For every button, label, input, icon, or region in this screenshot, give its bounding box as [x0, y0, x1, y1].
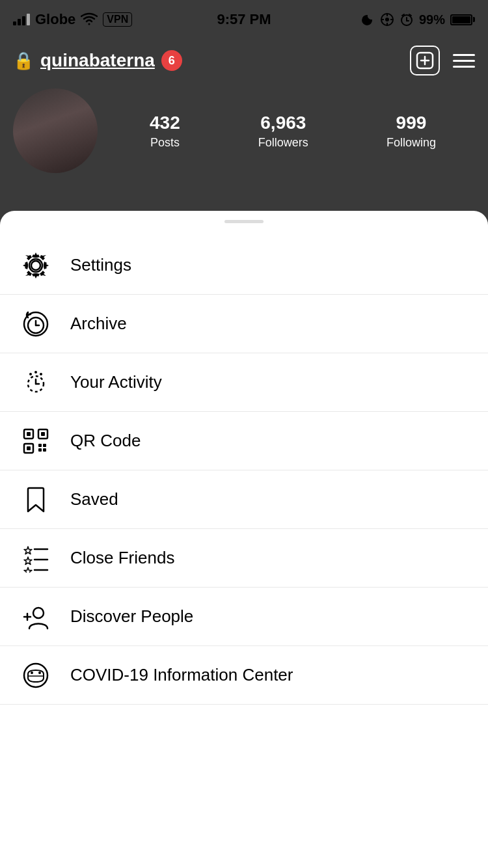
menu-item-qr[interactable]: QR Code — [0, 412, 488, 470]
vpn-badge: VPN — [103, 12, 132, 27]
following-stat[interactable]: 999 Following — [386, 113, 436, 150]
activity-icon — [20, 366, 52, 399]
wifi-icon — [81, 12, 98, 27]
svg-point-16 — [31, 261, 40, 270]
discover-icon — [20, 601, 52, 633]
svg-rect-33 — [38, 444, 42, 447]
signal-icon — [13, 14, 30, 25]
saved-label: Saved — [70, 489, 118, 509]
menu-item-discover[interactable]: Discover People — [0, 588, 488, 646]
followers-count: 6,963 — [260, 113, 306, 133]
battery-icon — [450, 14, 475, 25]
settings-label: Settings — [70, 255, 131, 275]
profile-header: 🔒 quinabaterna 6 432 — [0, 39, 488, 186]
posts-stat[interactable]: 432 Posts — [150, 113, 180, 150]
svg-rect-30 — [41, 432, 45, 436]
alarm-icon — [400, 12, 414, 27]
archive-icon — [20, 308, 52, 340]
username-label: quinabaterna — [40, 50, 155, 71]
time-display: 9:57 PM — [217, 11, 271, 28]
username-row: 🔒 quinabaterna 6 — [13, 50, 182, 71]
notification-badge[interactable]: 6 — [161, 50, 182, 71]
archive-label: Archive — [70, 314, 127, 334]
lock-icon: 🔒 — [13, 51, 34, 71]
svg-point-26 — [40, 373, 42, 375]
saved-icon — [20, 483, 52, 516]
location-icon — [380, 12, 394, 27]
header-icons — [410, 46, 475, 75]
svg-point-25 — [34, 371, 37, 373]
svg-rect-36 — [43, 448, 46, 452]
posts-count: 432 — [150, 113, 180, 133]
status-bar: Globe VPN 9:57 PM — [0, 0, 488, 39]
svg-point-24 — [29, 373, 32, 375]
svg-rect-28 — [27, 432, 31, 436]
followers-label: Followers — [258, 136, 308, 150]
drag-handle[interactable] — [224, 220, 264, 223]
menu-item-covid[interactable]: COVID-19 Information Center — [0, 646, 488, 705]
svg-point-1 — [385, 18, 389, 21]
svg-rect-32 — [27, 446, 31, 450]
settings-icon — [20, 249, 52, 282]
new-post-button[interactable] — [410, 46, 440, 75]
avatar — [13, 88, 98, 173]
carrier-label: Globe — [35, 11, 75, 28]
following-count: 999 — [396, 113, 427, 133]
svg-rect-35 — [38, 448, 42, 452]
covid-icon — [20, 659, 52, 692]
svg-point-49 — [38, 671, 41, 674]
close-friends-label: Close Friends — [70, 548, 174, 568]
bottom-sheet-menu: Settings Archive — [0, 211, 488, 868]
stats-row: 432 Posts 6,963 Followers 999 Following — [111, 113, 475, 150]
qr-icon — [20, 425, 52, 457]
close-friends-icon — [20, 542, 52, 575]
profile-top-bar: 🔒 quinabaterna 6 — [13, 46, 475, 75]
discover-label: Discover People — [70, 606, 193, 627]
svg-point-43 — [33, 608, 44, 618]
svg-rect-34 — [43, 444, 46, 447]
menu-item-activity[interactable]: Your Activity — [0, 353, 488, 412]
profile-info: 432 Posts 6,963 Followers 999 Following — [13, 88, 475, 173]
battery-percent: 99% — [419, 12, 445, 27]
status-right: 99% — [360, 12, 475, 27]
status-left: Globe VPN — [13, 11, 132, 28]
qr-label: QR Code — [70, 431, 141, 451]
followers-stat[interactable]: 6,963 Followers — [258, 113, 308, 150]
covid-label: COVID-19 Information Center — [70, 665, 293, 685]
svg-point-48 — [31, 671, 33, 674]
posts-label: Posts — [150, 136, 180, 150]
menu-button[interactable] — [453, 54, 475, 68]
svg-marker-41 — [24, 567, 32, 573]
svg-marker-37 — [24, 547, 32, 554]
moon-icon — [360, 12, 375, 27]
svg-marker-39 — [24, 557, 32, 565]
activity-label: Your Activity — [70, 372, 162, 392]
menu-item-settings[interactable]: Settings — [0, 236, 488, 295]
menu-item-close-friends[interactable]: Close Friends — [0, 529, 488, 588]
menu-item-saved[interactable]: Saved — [0, 470, 488, 529]
menu-item-archive[interactable]: Archive — [0, 295, 488, 353]
following-label: Following — [386, 136, 436, 150]
